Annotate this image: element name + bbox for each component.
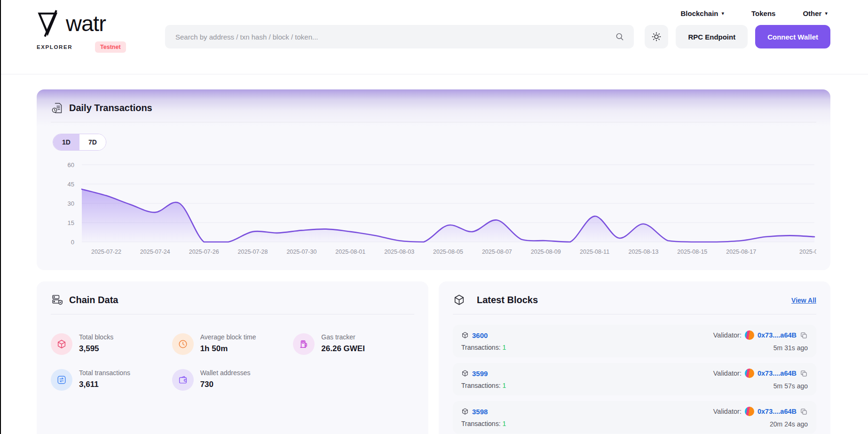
nav-item-other[interactable]: Other ▾ (803, 9, 828, 17)
svg-text:2025-08-03: 2025-08-03 (384, 249, 414, 255)
nav-item-tokens[interactable]: Tokens (751, 9, 775, 17)
swap-icon (56, 375, 67, 385)
screenshot-left-edge (0, 0, 1, 434)
validator-label: Validator: (713, 408, 742, 415)
transactions-count: 1 (502, 344, 506, 351)
validator-label: Validator: (713, 370, 742, 377)
chain-data-card: Chain Data Total blocks 3,595 (37, 281, 428, 434)
transactions-doc-clock-icon (51, 102, 63, 114)
stat-label: Total blocks (79, 333, 113, 341)
brand-subtitle: EXPLORER (37, 44, 72, 50)
stat-label: Gas tracker (321, 333, 365, 341)
stat-total-transactions: Total transactions 3,611 (51, 369, 172, 391)
block-rows: 3600 Transactions: 1 Validator: 0x73....… (453, 325, 816, 434)
nav-item-blockchain[interactable]: Blockchain ▾ (680, 9, 724, 17)
theme-toggle-button[interactable] (645, 25, 668, 48)
svg-text:0: 0 (71, 239, 74, 246)
block-row: 3598 Transactions: 1 Validator: 0x73....… (453, 401, 816, 434)
transactions-count: 1 (502, 420, 506, 427)
svg-text:2025-07-30: 2025-07-30 (286, 249, 316, 255)
clock-icon (178, 339, 188, 349)
transactions-label: Transactions: (461, 344, 501, 351)
stat-label: Wallet addresses (200, 369, 251, 377)
svg-text:2025-08-11: 2025-08-11 (580, 249, 609, 255)
svg-text:2025-08-09: 2025-08-09 (531, 249, 561, 255)
divider (51, 122, 816, 122)
wallet-icon (178, 375, 188, 385)
stat-value: 1h 50m (200, 344, 256, 354)
main-content: Daily Transactions 1D 7D 0153045602025-0… (0, 74, 868, 434)
cube-icon (461, 408, 469, 415)
connect-wallet-button[interactable]: Connect Wallet (755, 25, 830, 48)
network-badge: Testnet (95, 41, 126, 53)
latest-blocks-card: Latest Blocks View All 3600 Transac (439, 281, 830, 434)
card-title: Chain Data (69, 295, 118, 305)
nav-label: Tokens (751, 9, 775, 17)
header: watr EXPLORER Testnet Blockchain ▾ Token… (0, 0, 868, 74)
svg-text:2025-08-01: 2025-08-01 (335, 249, 365, 255)
search-input[interactable] (165, 25, 634, 48)
block-age: 5m 57s ago (713, 382, 808, 390)
transactions-count: 1 (502, 382, 506, 389)
chevron-down-icon: ▾ (722, 11, 725, 16)
svg-text:2025-07-22: 2025-07-22 (91, 249, 121, 255)
gas-pump-icon (299, 339, 309, 349)
validator-avatar (745, 330, 754, 340)
latest-blocks-icon (453, 294, 466, 306)
sun-icon (651, 32, 662, 42)
cube-icon (461, 331, 469, 339)
transactions-label: Transactions: (461, 382, 501, 389)
nav-label: Blockchain (680, 9, 718, 17)
validator-address-link[interactable]: 0x73....a64B (758, 370, 797, 377)
top-nav: Blockchain ▾ Tokens Other ▾ (165, 9, 828, 17)
svg-text:2025-08-13: 2025-08-13 (628, 249, 658, 255)
block-number-link[interactable]: 3599 (472, 370, 488, 378)
validator-avatar (745, 407, 754, 416)
chart-range-toggle: 1D 7D (53, 134, 106, 151)
daily-transactions-card: Daily Transactions 1D 7D 0153045602025-0… (37, 89, 830, 270)
block-number-link[interactable]: 3600 (472, 331, 488, 339)
copy-icon[interactable] (800, 408, 808, 416)
block-row: 3599 Transactions: 1 Validator: 0x73....… (453, 363, 816, 395)
view-all-link[interactable]: View All (791, 297, 816, 304)
stat-gas-tracker: Gas tracker 26.26 GWEI (293, 333, 414, 355)
range-option-1d[interactable]: 1D (53, 134, 79, 150)
validator-label: Validator: (713, 331, 742, 339)
logo-link[interactable]: watr (36, 8, 142, 38)
copy-icon[interactable] (800, 370, 808, 378)
copy-icon[interactable] (800, 331, 808, 339)
svg-text:2025-08-20: 2025-08-20 (799, 249, 816, 255)
block-row: 3600 Transactions: 1 Validator: 0x73....… (453, 325, 816, 357)
cube-icon (56, 339, 67, 349)
brand-name: watr (66, 10, 106, 36)
divider (453, 314, 816, 314)
chain-stats: Total blocks 3,595 Average block time 1h… (51, 333, 414, 391)
svg-text:2025-08-17: 2025-08-17 (726, 249, 756, 255)
stat-label: Total transactions (79, 369, 130, 377)
cube-icon (461, 370, 469, 377)
validator-address-link[interactable]: 0x73....a64B (758, 331, 797, 339)
svg-text:2025-07-26: 2025-07-26 (189, 249, 219, 255)
search-icon (615, 32, 624, 41)
stat-average-block-time: Average block time 1h 50m (172, 333, 293, 355)
svg-text:2025-08-05: 2025-08-05 (433, 249, 463, 255)
svg-text:2025-08-07: 2025-08-07 (482, 249, 512, 255)
svg-text:2025-07-28: 2025-07-28 (238, 249, 268, 255)
stat-label: Average block time (200, 333, 256, 341)
stat-value: 3,611 (79, 380, 130, 389)
daily-transactions-chart: 0153045602025-07-222025-07-242025-07-262… (51, 158, 816, 258)
svg-text:15: 15 (68, 219, 74, 226)
range-option-7d[interactable]: 7D (79, 134, 106, 150)
card-title: Daily Transactions (69, 103, 152, 113)
watr-logo-icon (36, 8, 61, 38)
transactions-label: Transactions: (461, 420, 501, 427)
svg-text:45: 45 (68, 181, 74, 188)
chevron-down-icon: ▾ (825, 11, 828, 16)
block-number-link[interactable]: 3598 (472, 408, 488, 416)
rpc-endpoint-button[interactable]: RPC Endpoint (676, 25, 748, 48)
svg-text:2025-08-15: 2025-08-15 (677, 249, 707, 255)
validator-address-link[interactable]: 0x73....a64B (758, 408, 797, 415)
svg-text:2025-07-24: 2025-07-24 (140, 249, 170, 255)
validator-avatar (745, 369, 754, 378)
block-age: 5m 31s ago (713, 344, 808, 352)
